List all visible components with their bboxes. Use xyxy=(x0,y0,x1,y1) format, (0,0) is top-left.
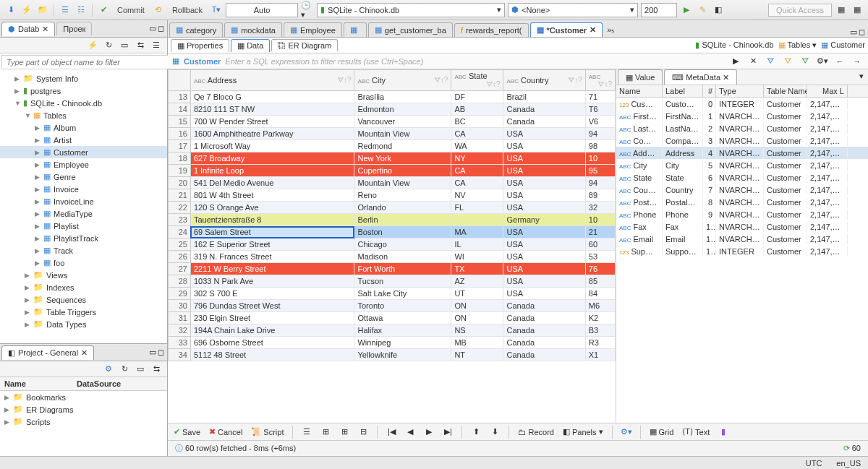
crumb-datasource[interactable]: ▮ SQLite - Chinook.db xyxy=(695,40,773,50)
metadata-row[interactable]: ABC Cou…Country7NVARCHARCustomer2,147,48… xyxy=(616,184,868,196)
settings-icon[interactable]: ⚙▾ xyxy=(816,55,829,68)
stop-icon[interactable]: ✎ xyxy=(696,4,709,17)
tree-item-genre[interactable]: ▶▦Genre xyxy=(0,171,167,183)
editor-tab[interactable]: ▦mockdata xyxy=(224,22,282,37)
meta-col-max[interactable]: Max L xyxy=(807,85,848,97)
tab-projects[interactable]: Проек xyxy=(56,22,92,35)
tree-item-tables[interactable]: ▼▦Tables xyxy=(0,109,167,121)
collapse-icon[interactable]: ▭ xyxy=(118,39,131,52)
editor-tab[interactable]: ▦Employee xyxy=(284,22,342,37)
database-tree[interactable]: ▶📁System Info▶▮postgres▼▮SQLite - Chinoo… xyxy=(0,71,167,343)
meta-col-table[interactable]: Table Name xyxy=(764,85,807,97)
table-row[interactable]: 345112 48 StreetYellowknifeNTCanadaX1 xyxy=(169,349,616,361)
text-view-button[interactable]: ⟨T⟩ Text xyxy=(681,427,711,436)
tree-item-views[interactable]: ▶📁Views xyxy=(0,269,167,281)
table-row[interactable]: 2469 Salem StreetBostonMAUSA21 xyxy=(169,226,616,238)
clear-filter-icon[interactable]: ✕ xyxy=(746,55,760,68)
meta-col-index[interactable]: # xyxy=(703,85,716,97)
del-row-icon[interactable]: ⊟ xyxy=(357,426,370,439)
quick-access[interactable]: Quick Access xyxy=(768,4,832,17)
filter-hint[interactable]: Enter a SQL expression to filter results… xyxy=(225,57,725,66)
editor-tab[interactable]: ▦*Customer ✕ xyxy=(530,22,603,37)
table-row[interactable]: 33696 Osborne StreetWinnipegMBCanadaR3 xyxy=(169,337,616,349)
metadata-row[interactable]: ABC Add…Address4NVARCHARCustomer2,147,48… xyxy=(616,147,868,159)
table-row[interactable]: 29302 S 700 ESalt Lake CityUTUSA84 xyxy=(169,288,616,300)
tab-database[interactable]: ⬢Datab✕ xyxy=(1,22,55,36)
tree-item-system-info[interactable]: ▶📁System Info xyxy=(0,72,167,85)
menu-icon[interactable]: ▾ xyxy=(859,72,864,85)
tree-item-sequences[interactable]: ▶📁Sequences xyxy=(0,293,167,306)
metadata-list[interactable]: 123 Cus…Custo…0INTEGERCustomer2,147,483A… xyxy=(616,98,868,423)
save-button[interactable]: ✔Save xyxy=(172,427,202,436)
tree-item-data-types[interactable]: ▶📁Data Types xyxy=(0,318,167,330)
table-row[interactable]: 148210 111 ST NWEdmontonABCanadaT6 xyxy=(169,103,616,116)
crumb-tables[interactable]: ▦ Tables ▾ xyxy=(778,40,817,50)
table-row[interactable]: 30796 Dundas Street WestTorontoONCanadaM… xyxy=(169,300,616,312)
project-item-scripts[interactable]: ▶📁Scripts xyxy=(0,416,167,428)
link-icon[interactable]: ⇆ xyxy=(150,363,163,376)
perspective2-icon[interactable]: ▦ xyxy=(851,4,864,17)
tab-properties[interactable]: ▦Properties xyxy=(171,39,229,52)
tree-item-playlisttrack[interactable]: ▶▦PlaylistTrack xyxy=(0,232,167,244)
tree-filter-input[interactable] xyxy=(1,55,169,69)
metadata-row[interactable]: ABC PhonePhone9NVARCHARCustomer2,147,483 xyxy=(616,208,868,220)
folder-icon[interactable]: 📁 xyxy=(36,4,49,17)
project-tree[interactable]: ▶📁Bookmarks▶📁ER Diagrams▶📁Scripts xyxy=(0,391,167,456)
perspective-icon[interactable]: ▦ xyxy=(835,4,848,17)
plan-icon[interactable]: ◧ xyxy=(712,4,725,17)
editor-tab[interactable]: ▦category xyxy=(169,22,223,37)
filter-icon[interactable]: ᗊ xyxy=(764,55,777,68)
link-icon[interactable]: ⇆ xyxy=(134,39,147,52)
tabs-overflow[interactable]: »₅ xyxy=(603,23,618,37)
tree-item-invoiceline[interactable]: ▶▦InvoiceLine xyxy=(0,195,167,207)
editor-tab[interactable]: frewards_report( xyxy=(454,23,529,37)
edit-row-icon[interactable]: ☰ xyxy=(300,426,313,439)
apply-filter-icon[interactable]: ▶ xyxy=(729,55,742,68)
tree-item-indexes[interactable]: ▶📁Indexes xyxy=(0,281,167,293)
filter-icon[interactable]: ᗊ xyxy=(799,55,812,68)
back-icon[interactable]: ← xyxy=(833,55,846,68)
minimize-icon[interactable]: ▭ xyxy=(149,348,156,357)
table-row[interactable]: 21801 W 4th StreetRenoNVUSA89 xyxy=(169,189,616,202)
commit-button[interactable]: Commit xyxy=(113,6,149,14)
meta-col-type[interactable]: Type xyxy=(716,85,764,97)
record-button[interactable]: 🗀 Record xyxy=(516,428,555,436)
meta-col-label[interactable]: Label xyxy=(663,85,703,97)
metadata-row[interactable]: ABC FaxFax1…NVARCHARCustomer2,147,483 xyxy=(616,220,868,233)
txn-mode-icon[interactable]: T▾ xyxy=(210,4,223,17)
tree-item-mediatype[interactable]: ▶▦MediaType xyxy=(0,207,167,220)
maximize-icon[interactable]: ◻ xyxy=(158,348,164,357)
new-sql-icon[interactable]: ⚡ xyxy=(20,4,33,17)
filter-tree-icon[interactable]: ☰ xyxy=(150,39,163,52)
export-icon[interactable]: ⬆ xyxy=(469,426,482,439)
crumb-customer[interactable]: ▦ Customer xyxy=(821,40,865,50)
table-row[interactable]: 31230 Elgin StreetOttawaONCanadaK2 xyxy=(169,312,616,324)
grid-view-button[interactable]: ▦ Grid xyxy=(648,427,676,436)
metadata-row[interactable]: ABC Co…Compa…3NVARCHARCustomer2,147,483 xyxy=(616,134,868,147)
tree-item-album[interactable]: ▶▦Album xyxy=(0,121,167,134)
tab-er-diagram[interactable]: ⿻ER Diagram xyxy=(271,39,338,51)
metadata-row[interactable]: ABC Post…Postal…8NVARCHARCustomer2,147,4… xyxy=(616,196,868,208)
table-row[interactable]: 23Tauentzienstraße 8BerlinGermany10 xyxy=(169,214,616,226)
sql-editor-icon[interactable]: ☰ xyxy=(59,4,72,17)
tab-project-general[interactable]: ◧Project - General✕ xyxy=(1,345,94,360)
run-icon[interactable]: ▶ xyxy=(680,4,693,17)
refresh-count[interactable]: ⟳ 60 xyxy=(843,444,861,453)
tree-item-track[interactable]: ▶▦Track xyxy=(0,244,167,257)
project-item-er-diagrams[interactable]: ▶📁ER Diagrams xyxy=(0,403,167,416)
tree-item-artist[interactable]: ▶▦Artist xyxy=(0,134,167,146)
next-icon[interactable]: ▶ xyxy=(422,426,435,439)
rollback-icon[interactable]: ⟲ xyxy=(152,4,165,17)
maximize-icon[interactable]: ◻ xyxy=(158,24,164,33)
table-row[interactable]: 32194A Chain Lake DriveHalifaxNSCanadaB3 xyxy=(169,324,616,337)
panels-button[interactable]: ◧ Panels ▾ xyxy=(561,427,605,436)
table-row[interactable]: 191 Infinite LoopCupertinoCAUSA95 xyxy=(169,165,616,177)
table-row[interactable]: 15700 W Pender StreetVancouverBCCanadaV6 xyxy=(169,116,616,128)
add-row-icon[interactable]: ⊞ xyxy=(319,426,332,439)
rollback-button[interactable]: Rollback xyxy=(168,6,207,14)
tab-metadata[interactable]: ⌨MetaData✕ xyxy=(664,69,737,85)
table-row[interactable]: 171 Microsoft WayRedmondWAUSA98 xyxy=(169,140,616,152)
config-icon[interactable]: ⚙▾ xyxy=(620,426,633,439)
metadata-row[interactable]: 123 Sup…Suppo…1…INTEGERCustomer2,147,483 xyxy=(616,245,868,257)
project-item-bookmarks[interactable]: ▶📁Bookmarks xyxy=(0,391,167,403)
